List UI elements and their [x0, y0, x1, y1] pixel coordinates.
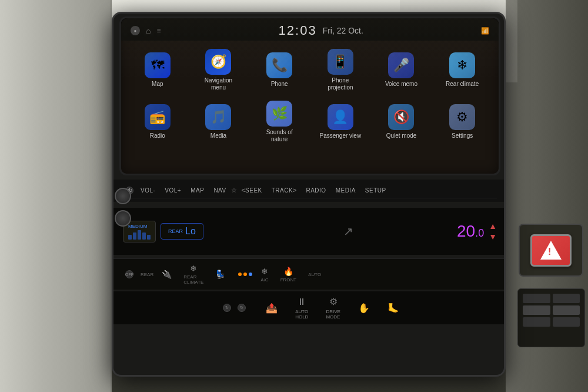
autohold-btn[interactable]: ⏸ AUTOHOLD [295, 297, 308, 320]
temp-lo-value: Lo [185, 226, 196, 237]
auto-btn[interactable]: AUTO [305, 271, 325, 278]
media-btn[interactable]: MEDIA [331, 185, 360, 195]
vol-plus-btn[interactable]: VOL+ [160, 185, 186, 195]
temp-arrows: ▲ ▼ [489, 221, 497, 241]
setup-btn[interactable]: SETUP [360, 185, 391, 195]
hand-btn[interactable]: ✋ [358, 303, 370, 314]
app-passenger[interactable]: 👤 Passenger view [311, 97, 370, 147]
rearclimate-label: Rear climate [446, 81, 479, 88]
temp-down-arrow[interactable]: ▼ [489, 232, 497, 241]
rotary-knob-1[interactable] [115, 188, 131, 204]
app-navigation[interactable]: 🧭 Navigationmenu [189, 45, 248, 95]
menu-icon[interactable]: ≡ [156, 26, 161, 35]
quiet-icon: 🔇 [388, 104, 414, 130]
rear-climate-icon: ❄ [190, 264, 197, 273]
foot-btn[interactable]: 🦶 [387, 303, 399, 314]
right-panel-bar3 [523, 305, 550, 315]
header-right: 📶 [481, 27, 489, 35]
sounds-label: Sounds ofnature [266, 129, 293, 143]
projection-icon: 📱 [328, 49, 353, 75]
radio-label: Radio [150, 132, 165, 139]
rearclimate-icon: ❄ [449, 52, 475, 78]
app-rearclimate[interactable]: ❄ Rear climate [433, 45, 492, 95]
wifi-icon: 📶 [481, 27, 489, 35]
fan-bar-2 [133, 232, 136, 240]
app-settings[interactable]: ⚙ Settings [433, 97, 492, 147]
sounds-icon: 🌿 [266, 101, 292, 127]
fan-bar-3 [138, 230, 141, 240]
autohold-icon: ⏸ [297, 297, 306, 307]
foot-icon: 🦶 [387, 303, 399, 314]
app-map[interactable]: 🗺 Map [128, 45, 187, 95]
fan-bars [128, 230, 151, 240]
left-knob-2[interactable]: ↻ [238, 304, 246, 312]
nav-icon: 🧭 [205, 49, 231, 75]
hazard-button[interactable] [530, 234, 572, 267]
auto-label: AUTO [308, 272, 321, 277]
settings-icon: ⚙ [449, 104, 475, 130]
voicememo-label: Voice memo [385, 81, 417, 88]
home-icon[interactable]: ⌂ [146, 26, 151, 35]
right-panel-bar2 [553, 294, 580, 303]
rotary-knob-2[interactable] [115, 210, 131, 227]
export-btn[interactable]: 📤 [266, 303, 278, 314]
right-lower-grid [518, 289, 584, 331]
temp-up-arrow[interactable]: ▲ [489, 221, 497, 231]
header-left-icons: ● ⌂ ≡ [131, 26, 161, 35]
radio-btn[interactable]: RADIO [301, 185, 330, 195]
nav-btn[interactable]: NAV [209, 185, 230, 195]
map-icon: 🗺 [145, 52, 171, 78]
track-fwd-btn[interactable]: TRACK> [267, 185, 302, 195]
left-physical-btns: ↻ ↻ [220, 304, 248, 312]
seek-back-btn[interactable]: <SEEK [237, 185, 267, 195]
touchscreen[interactable]: ● ⌂ ≡ 12:03 Fri, 22 Oct. 📶 🗺 Map [119, 16, 500, 175]
app-media[interactable]: 🎵 Media [189, 97, 248, 147]
seat-icon: 💺 [215, 270, 225, 279]
drivemode-label: DRIVEMODE [326, 309, 340, 320]
app-radio[interactable]: 📻 Radio [128, 97, 187, 147]
vol-minus-btn[interactable]: VOL- [136, 185, 160, 195]
map-btn[interactable]: MAP [186, 185, 209, 195]
right-panel-bar6 [553, 317, 580, 327]
lowest-row: ↻ ↻ 📤 ⏸ AUTOHOLD ⚙ DRIVEMODE ✋ 🦶 [113, 291, 506, 324]
right-panel-bar5 [523, 317, 550, 327]
app-projection[interactable]: 📱 Phoneprojection [311, 45, 370, 95]
drivemode-btn[interactable]: ⚙ DRIVEMODE [326, 296, 340, 320]
rear-off-group: REAR [141, 272, 153, 277]
drivemode-icon: ⚙ [329, 296, 338, 307]
indicator-dot-2 [243, 273, 247, 276]
clock-area: 12:03 Fri, 22 Oct. [279, 23, 363, 38]
hazard-triangle-icon [540, 241, 562, 260]
off-btn[interactable]: OFF [125, 270, 133, 278]
fan-bar-1 [128, 235, 132, 240]
right-panel-bar4 [553, 305, 580, 315]
nav-label: Navigationmenu [205, 77, 232, 91]
app-phone[interactable]: 📞 Phone [250, 45, 309, 95]
app-quiet[interactable]: 🔇 Quiet mode [372, 97, 431, 147]
controls-row1: ⏻ VOL- VOL+ MAP NAV ☆ <SEEK TRACK> RADIO… [123, 183, 497, 198]
climate-center: ↗ [240, 224, 457, 238]
star-btn[interactable]: ☆ [231, 187, 237, 194]
app-grid: 🗺 Map 🧭 Navigationmenu 📞 Phone 📱 Phonepr… [121, 41, 499, 151]
seat-heat-btn[interactable]: 💺 [212, 268, 229, 280]
ac-label: A/C [260, 277, 268, 283]
left-dashboard-trim [0, 0, 112, 392]
date-display: Fri, 22 Oct. [323, 26, 363, 35]
indicator-area [238, 273, 252, 276]
rear-defrost-btn[interactable]: 🔌 [158, 268, 175, 280]
temp-right-value: 20.0 [457, 222, 484, 241]
app-sounds[interactable]: 🌿 Sounds ofnature [250, 97, 309, 147]
app-voicememo[interactable]: 🎤 Voice memo [372, 45, 431, 95]
rear-defrost-icon: 🔌 [162, 270, 172, 279]
passenger-icon: 👤 [328, 104, 353, 130]
center-console: ● ⌂ ≡ 12:03 Fri, 22 Oct. 📶 🗺 Map [112, 12, 506, 377]
phone-label: Phone [271, 81, 288, 88]
rear-label-btn: REAR [141, 272, 153, 277]
left-knob-1[interactable]: ↻ [223, 304, 231, 312]
signal-icon: ● [131, 26, 140, 35]
fan-bar-4 [142, 232, 146, 240]
ac-btn[interactable]: ❄ A/C [257, 265, 272, 284]
front-heat-btn[interactable]: 🔥 FRONT [277, 265, 300, 284]
indicator-dots-row1 [238, 273, 252, 276]
rear-climate-btn[interactable]: ❄ REARCLIMATE [180, 263, 207, 286]
